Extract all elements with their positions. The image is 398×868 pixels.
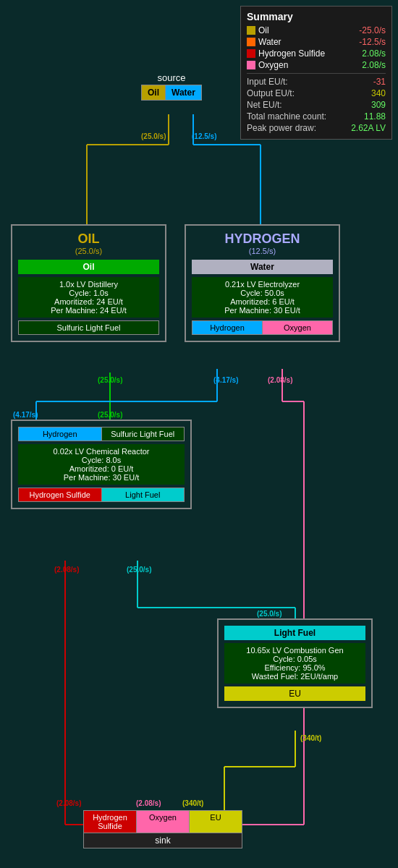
oil-input-bar: Oil <box>18 260 159 274</box>
sink-h2s-cell: Hydrogen Sulfide <box>84 811 137 833</box>
hydrogen-section: HYDROGEN (12.5/s) Water 0.21x LV Electro… <box>185 224 340 342</box>
oil-section-subtitle: (25.0/s) <box>18 247 159 255</box>
net-eu-label: Net EU/t: <box>247 100 282 110</box>
machine-count-value: 11.88 <box>364 111 386 122</box>
peak-power-label: Peak power draw: <box>247 123 316 133</box>
source-label: source <box>141 72 202 83</box>
oil-section: OIL (25.0/s) Oil 1.0x LV DistilleryCycle… <box>11 224 166 342</box>
peak-power-value: 2.62A LV <box>351 123 386 133</box>
hydrogen-input-bar: Water <box>192 260 333 274</box>
peak-power-row: Peak power draw: 2.62A LV <box>247 123 386 133</box>
flow-h2-to-reactor: (4.17/s) <box>13 411 38 419</box>
h2s-color-dot <box>247 49 255 58</box>
reactor-output-h2s: Hydrogen Sulfide <box>19 488 102 501</box>
oil-color-dot <box>247 26 255 35</box>
flow-sulfuric-down: (25.0/s) <box>98 376 122 384</box>
source-oil-cell: Oil <box>142 85 166 100</box>
flow-combustion-in: (25.0/s) <box>257 610 281 618</box>
flow-o2-out: (2.08/s) <box>268 376 292 384</box>
water-label: Water <box>258 37 281 47</box>
oil-label: Oil <box>258 25 269 35</box>
summary-water-row: Water -12.5/s <box>247 37 386 47</box>
net-eu-row: Net EU/t: 309 <box>247 100 386 110</box>
reactor-inputs: Hydrogen Sulfuric Light Fuel <box>18 427 185 441</box>
h2s-label: Hydrogen Sulfide <box>258 48 325 59</box>
machine-count-label: Total machine count: <box>247 111 326 122</box>
flow-h2s-out: (2.08/s) <box>54 566 79 574</box>
sink-inputs: Hydrogen Sulfide Oxygen EU <box>84 811 242 833</box>
hydrogen-output-o2: Oxygen <box>263 321 332 334</box>
flow-sink-o2: (2.08/s) <box>136 799 161 807</box>
reactor-machine-desc: 0.02x LV Chemical ReactorCycle: 8.0sAmor… <box>18 444 185 485</box>
hydrogen-output-h2: Hydrogen <box>192 321 263 334</box>
output-eu-row: Output EU/t: 340 <box>247 88 386 98</box>
output-eu-value: 340 <box>371 88 386 98</box>
oxygen-label: Oxygen <box>258 60 288 70</box>
hydrogen-output-bar: Hydrogen Oxygen <box>192 320 333 335</box>
source-water-cell: Water <box>166 85 201 100</box>
reactor-section: Hydrogen Sulfuric Light Fuel 0.02x LV Ch… <box>11 420 192 509</box>
oil-section-title: OIL <box>18 231 159 247</box>
hydrogen-machine-desc: 0.21x LV ElectrolyzerCycle: 50.0sAmoriti… <box>192 277 333 318</box>
water-value: -12.5/s <box>359 37 386 47</box>
flow-h2-out: (4.17/s) <box>213 376 238 384</box>
input-eu-label: Input EU/t: <box>247 77 288 87</box>
source-node: source Oil Water <box>141 72 202 101</box>
sink-eu-cell: EU <box>190 811 242 833</box>
net-eu-value: 309 <box>371 100 386 110</box>
reactor-output-lightfuel: Light Fuel <box>102 488 185 501</box>
flow-source-water: (12.5/s) <box>192 132 216 140</box>
sink-label: sink <box>84 833 242 848</box>
flow-sulfuric-to-reactor: (25.0/s) <box>98 411 122 419</box>
output-eu-label: Output EU/t: <box>247 88 295 98</box>
summary-title: Summary <box>247 11 386 22</box>
hydrogen-section-title: HYDROGEN <box>192 231 333 247</box>
sink-oxygen-cell: Oxygen <box>137 811 190 833</box>
hydrogen-section-subtitle: (12.5/s) <box>192 247 333 255</box>
input-eu-row: Input EU/t: -31 <box>247 77 386 87</box>
source-outputs: Oil Water <box>141 85 202 101</box>
summary-h2s-row: Hydrogen Sulfide 2.08/s <box>247 48 386 59</box>
oil-machine-desc: 1.0x LV DistilleryCycle: 1.0sAmoritized:… <box>18 277 159 318</box>
combustion-section: Light Fuel 10.65x LV Combustion GenCycle… <box>217 618 373 708</box>
flow-lightfuel-out: (25.0/s) <box>127 566 151 574</box>
reactor-input-sulfuric: Sulfuric Light Fuel <box>102 427 185 441</box>
combustion-input-bar: Light Fuel <box>224 626 365 640</box>
h2s-value: 2.08/s <box>362 48 386 59</box>
summary-panel: Summary Oil -25.0/s Water -12.5/s Hydrog… <box>240 6 392 140</box>
flow-sink-h2s: (2.08/s) <box>56 799 81 807</box>
sink-node: Hydrogen Sulfide Oxygen EU sink <box>83 810 242 848</box>
summary-oxygen-row: Oxygen 2.08/s <box>247 60 386 70</box>
oil-value: -25.0/s <box>359 25 386 35</box>
machine-count-row: Total machine count: 11.88 <box>247 111 386 122</box>
flow-eu-out: (340/t) <box>300 734 321 742</box>
flow-source-oil: (25.0/s) <box>141 132 166 140</box>
oil-output-sulfuric: Sulfuric Light Fuel <box>19 321 158 334</box>
oxygen-color-dot <box>247 61 255 69</box>
water-color-dot <box>247 38 255 46</box>
reactor-outputs: Hydrogen Sulfide Light Fuel <box>18 488 185 502</box>
combustion-machine-desc: 10.65x LV Combustion GenCycle: 0.05sEffi… <box>224 643 365 684</box>
combustion-output-eu: EU <box>224 686 365 701</box>
input-eu-value: -31 <box>373 77 386 87</box>
oxygen-value: 2.08/s <box>362 60 386 70</box>
reactor-input-h2: Hydrogen <box>19 427 102 441</box>
flow-sink-eu: (340/t) <box>182 799 203 807</box>
oil-output-bar: Sulfuric Light Fuel <box>18 320 159 335</box>
summary-oil-row: Oil -25.0/s <box>247 25 386 35</box>
